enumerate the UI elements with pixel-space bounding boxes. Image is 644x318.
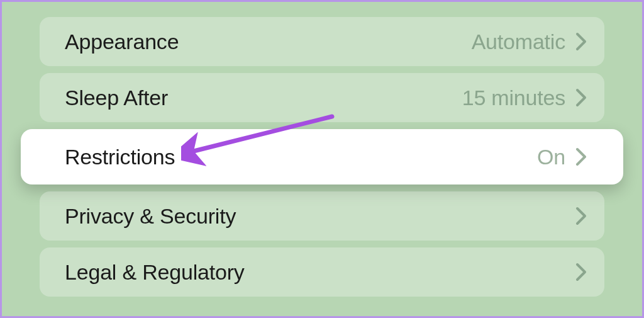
settings-row-restrictions[interactable]: Restrictions On xyxy=(21,129,623,185)
settings-row-sleep-after[interactable]: Sleep After 15 minutes xyxy=(40,73,604,122)
row-label: Sleep After xyxy=(65,86,168,110)
chevron-right-icon xyxy=(575,88,587,107)
row-label: Restrictions xyxy=(65,145,175,169)
row-label: Legal & Regulatory xyxy=(65,260,245,285)
row-right: Automatic xyxy=(472,30,587,54)
settings-row-legal-regulatory[interactable]: Legal & Regulatory xyxy=(40,247,604,297)
chevron-right-icon xyxy=(575,263,587,281)
row-right xyxy=(565,207,587,225)
row-right xyxy=(565,263,587,281)
row-value: On xyxy=(537,145,565,169)
row-value: 15 minutes xyxy=(462,86,565,110)
settings-list: Appearance Automatic Sleep After 15 minu… xyxy=(2,2,642,309)
row-value: Automatic xyxy=(472,30,565,54)
settings-row-privacy-security[interactable]: Privacy & Security xyxy=(40,191,604,241)
chevron-right-icon xyxy=(575,32,587,51)
chevron-right-icon xyxy=(575,207,587,225)
chevron-right-icon xyxy=(575,147,587,166)
row-right: On xyxy=(537,145,587,169)
row-label: Privacy & Security xyxy=(65,204,236,229)
settings-row-appearance[interactable]: Appearance Automatic xyxy=(40,17,604,66)
row-right: 15 minutes xyxy=(462,86,587,110)
row-label: Appearance xyxy=(65,30,179,54)
